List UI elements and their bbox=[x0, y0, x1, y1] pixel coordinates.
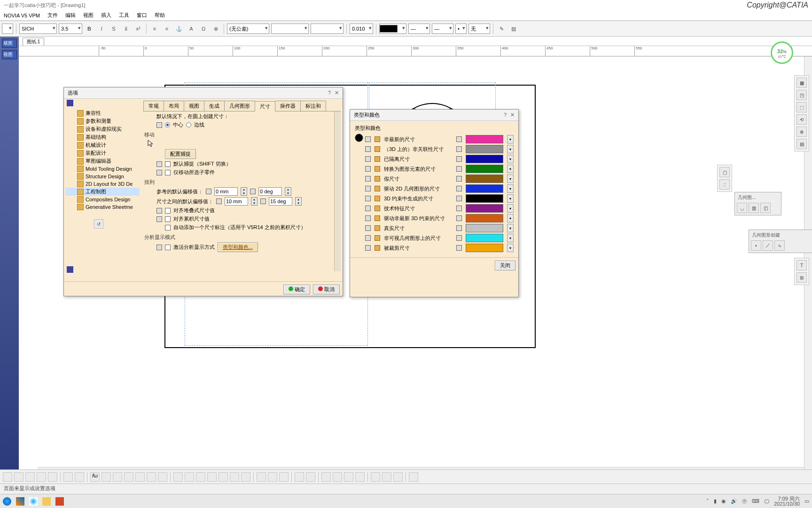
tb-icon[interactable] bbox=[219, 472, 228, 482]
color-swatch[interactable] bbox=[466, 204, 503, 213]
color-swatch[interactable] bbox=[466, 184, 503, 193]
sogou-icon[interactable] bbox=[29, 497, 38, 506]
tb-icon[interactable] bbox=[158, 472, 167, 482]
tool-icon[interactable]: ▦ bbox=[796, 78, 807, 88]
tb-icon[interactable] bbox=[113, 472, 122, 482]
options-tab[interactable]: 操作器 bbox=[275, 101, 301, 111]
color-swatch[interactable] bbox=[466, 224, 503, 232]
lock-icon[interactable] bbox=[260, 198, 266, 204]
tb-icon[interactable] bbox=[306, 472, 315, 482]
options-tab[interactable]: 几何图形 bbox=[224, 101, 255, 111]
anchor-button[interactable]: ⚓ bbox=[174, 24, 184, 34]
tol-value-dropdown[interactable] bbox=[271, 24, 309, 34]
frame-button[interactable]: A bbox=[186, 24, 196, 34]
help-icon[interactable]: ? bbox=[504, 112, 507, 118]
tool-icon[interactable]: ⟲ bbox=[796, 114, 807, 125]
lock-icon[interactable] bbox=[365, 196, 371, 201]
ref-offset-deg-input[interactable]: 0 deg bbox=[258, 187, 282, 196]
brush-icon[interactable]: ✎ bbox=[496, 24, 507, 34]
explorer-icon[interactable] bbox=[42, 497, 51, 506]
point-dropdown[interactable]: • bbox=[455, 24, 467, 34]
color-dropdown[interactable]: ▾ bbox=[507, 175, 514, 183]
geometry-panel-1[interactable]: 几何图... ◡ ▥ ◫ bbox=[734, 192, 781, 215]
lock-icon[interactable] bbox=[250, 189, 256, 194]
color-fill-dropdown[interactable] bbox=[379, 24, 406, 34]
lock-icon[interactable] bbox=[456, 206, 462, 211]
color-dropdown[interactable]: ▾ bbox=[507, 184, 514, 193]
tb-icon[interactable] bbox=[48, 472, 57, 482]
text-icon[interactable]: T bbox=[796, 260, 807, 270]
tb-icon[interactable] bbox=[185, 472, 194, 482]
menu-edit[interactable]: 编辑 bbox=[65, 12, 76, 19]
tray-notification-icon[interactable]: ▭ bbox=[804, 498, 809, 504]
strike-button[interactable]: S bbox=[109, 24, 119, 34]
options-tree[interactable]: 兼容性参数和测量设备和虚拟现实基础结构机械设计装配设计草图编辑器Mold Too… bbox=[64, 99, 141, 281]
tb-icon[interactable] bbox=[196, 472, 205, 482]
options-tab[interactable]: 尺寸 bbox=[255, 101, 275, 111]
spinner[interactable]: ▲▼ bbox=[251, 197, 258, 206]
tb-icon[interactable] bbox=[75, 472, 84, 482]
tree-item[interactable]: 机械设计 bbox=[66, 141, 140, 149]
lock-icon[interactable] bbox=[456, 245, 462, 251]
lock-icon[interactable] bbox=[156, 170, 162, 175]
spinner[interactable]: ▲▼ bbox=[285, 187, 291, 196]
options-tab[interactable]: 常规 bbox=[143, 101, 164, 111]
color-swatch[interactable] bbox=[466, 214, 503, 222]
tb-icon[interactable] bbox=[241, 472, 250, 482]
menu-help[interactable]: 帮助 bbox=[155, 12, 165, 19]
tree-item[interactable]: 设备和虚拟现实 bbox=[66, 125, 140, 133]
align-left-button[interactable]: ≡ bbox=[149, 24, 160, 34]
move-only-checkbox[interactable] bbox=[165, 170, 171, 175]
color-dropdown[interactable]: ▾ bbox=[507, 135, 514, 143]
tb-icon[interactable] bbox=[321, 472, 331, 482]
powerpoint-icon[interactable] bbox=[55, 497, 64, 506]
lock-icon[interactable] bbox=[456, 225, 462, 231]
tb-icon[interactable] bbox=[355, 472, 365, 482]
lock-icon[interactable] bbox=[365, 206, 371, 211]
lock-icon[interactable] bbox=[365, 215, 371, 221]
tool-icon[interactable]: :: bbox=[719, 179, 730, 190]
center-radio[interactable] bbox=[165, 122, 170, 127]
options-tab[interactable]: 布局 bbox=[164, 101, 184, 111]
color-swatch[interactable] bbox=[466, 194, 503, 203]
line-icon[interactable]: ／ bbox=[763, 240, 773, 251]
lock-icon[interactable] bbox=[365, 235, 371, 241]
tb-icon[interactable] bbox=[393, 472, 403, 482]
lock-icon[interactable] bbox=[156, 161, 162, 167]
font-dropdown[interactable]: SICH bbox=[19, 24, 57, 34]
menu-file[interactable]: 文件 bbox=[47, 12, 58, 19]
project-icon[interactable]: ◫ bbox=[760, 203, 771, 213]
spinner[interactable]: ▲▼ bbox=[295, 197, 302, 206]
color-dropdown[interactable]: ▾ bbox=[507, 224, 514, 232]
insert-button[interactable]: ⊕ bbox=[211, 24, 221, 34]
lock-icon[interactable] bbox=[206, 189, 211, 194]
linetype-dropdown[interactable]: — bbox=[432, 24, 453, 34]
tree-item[interactable]: Generative Sheetme bbox=[66, 203, 140, 211]
color-swatch[interactable] bbox=[466, 244, 503, 252]
tree-item[interactable]: 工程制图 bbox=[66, 188, 140, 196]
spinner[interactable]: ▲▼ bbox=[241, 187, 247, 196]
tb-icon[interactable] bbox=[102, 472, 111, 482]
bold-button[interactable]: B bbox=[84, 24, 94, 34]
italic-button[interactable]: I bbox=[96, 24, 107, 34]
color-dropdown[interactable]: ▾ bbox=[507, 204, 514, 213]
align-cum-checkbox[interactable] bbox=[165, 216, 171, 222]
precision-dropdown[interactable]: 0.010 bbox=[350, 24, 373, 34]
lock-icon[interactable] bbox=[365, 176, 371, 182]
tray-battery-icon[interactable]: ▮ bbox=[714, 498, 717, 504]
color-swatch[interactable] bbox=[466, 145, 503, 153]
tb-icon[interactable] bbox=[382, 472, 391, 482]
tree-item-views[interactable]: 规图 bbox=[2, 39, 17, 48]
undo-dropdown[interactable] bbox=[2, 24, 13, 34]
types-colors-button[interactable]: 类型和颜色... bbox=[218, 242, 258, 252]
help-icon[interactable]: ? bbox=[328, 90, 331, 96]
color-dropdown[interactable]: ▾ bbox=[507, 194, 514, 203]
tree-item[interactable]: Mold Tooling Design bbox=[66, 165, 140, 173]
lock-icon[interactable] bbox=[365, 156, 371, 162]
color-dropdown[interactable]: ▾ bbox=[507, 244, 514, 252]
eraser-icon[interactable] bbox=[409, 472, 418, 482]
tray-volume-icon[interactable]: 🔊 bbox=[731, 498, 737, 504]
tb-icon[interactable] bbox=[25, 472, 35, 482]
tb-icon[interactable] bbox=[37, 472, 46, 482]
app-icon[interactable] bbox=[16, 497, 24, 506]
